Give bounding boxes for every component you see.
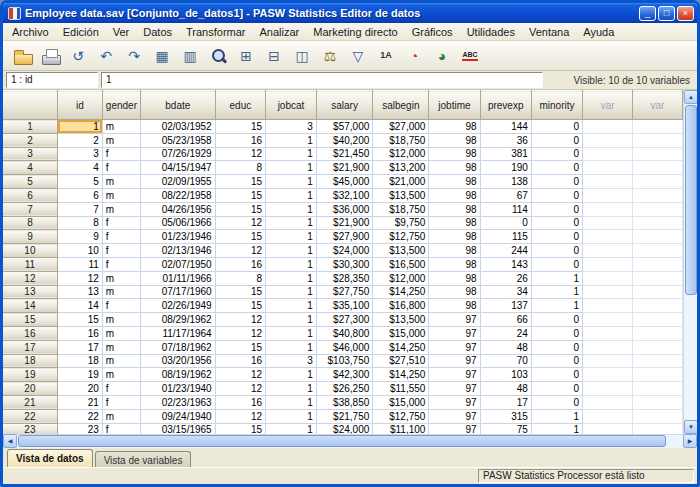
menu-ventana[interactable]: Ventana — [522, 25, 576, 39]
cell[interactable] — [583, 188, 633, 202]
cell[interactable]: 98 — [429, 299, 480, 313]
cell[interactable]: 15 — [215, 202, 265, 216]
cell[interactable] — [583, 423, 633, 434]
cell[interactable] — [583, 244, 633, 258]
cell[interactable]: 0 — [531, 244, 582, 258]
cell[interactable]: 98 — [429, 257, 480, 271]
row-number[interactable]: 9 — [3, 230, 57, 244]
cell[interactable] — [633, 230, 683, 244]
cell[interactable]: $38,850 — [316, 395, 372, 409]
cell[interactable]: 15 — [215, 299, 265, 313]
menu-ayuda[interactable]: Ayuda — [576, 25, 621, 39]
cell[interactable]: 0 — [531, 257, 582, 271]
cell[interactable]: 0 — [531, 395, 582, 409]
cell[interactable]: 244 — [480, 244, 531, 258]
cell[interactable]: 75 — [480, 423, 531, 434]
cell[interactable]: m — [102, 202, 140, 216]
cell[interactable]: 15 — [215, 340, 265, 354]
cell[interactable]: f — [102, 299, 140, 313]
column-header-bdate[interactable]: bdate — [140, 91, 215, 120]
cell[interactable] — [633, 423, 683, 434]
insert-variable-icon[interactable]: ⊟ — [261, 43, 287, 68]
cell[interactable] — [583, 354, 633, 368]
cell[interactable] — [633, 340, 683, 354]
cell[interactable] — [633, 133, 683, 147]
cell[interactable]: 98 — [429, 216, 480, 230]
cell[interactable]: 1 — [266, 230, 317, 244]
cell[interactable]: $13,500 — [373, 313, 429, 327]
cell[interactable]: 1 — [266, 216, 317, 230]
row-number[interactable]: 18 — [3, 354, 57, 368]
cell[interactable]: 15 — [215, 188, 265, 202]
cell[interactable]: $21,900 — [316, 161, 372, 175]
cell[interactable] — [633, 326, 683, 340]
cell[interactable]: 4 — [57, 161, 102, 175]
cell[interactable]: 12 — [215, 409, 265, 423]
cell[interactable]: 8 — [215, 161, 265, 175]
cell[interactable] — [583, 368, 633, 382]
cell[interactable]: 36 — [480, 133, 531, 147]
cell[interactable]: 0 — [531, 161, 582, 175]
cell[interactable]: $21,750 — [316, 409, 372, 423]
menu-graficos[interactable]: Gráficos — [405, 25, 460, 39]
cell[interactable]: 16 — [57, 326, 102, 340]
row-number[interactable]: 20 — [3, 382, 57, 396]
show-charts-icon[interactable]: ◕ — [429, 43, 455, 68]
column-header-salary[interactable]: salary — [316, 91, 372, 120]
cell[interactable]: 16 — [215, 354, 265, 368]
cell[interactable]: 1 — [57, 120, 102, 134]
cell[interactable]: $12,750 — [373, 230, 429, 244]
cell[interactable]: 103 — [480, 368, 531, 382]
cell[interactable]: m — [102, 368, 140, 382]
cell[interactable]: m — [102, 340, 140, 354]
cell[interactable]: f — [102, 161, 140, 175]
undo-icon[interactable]: ↶ — [93, 43, 119, 68]
cell[interactable]: 1 — [266, 285, 317, 299]
cell[interactable]: 98 — [429, 230, 480, 244]
cell[interactable]: 0 — [531, 147, 582, 161]
cell[interactable]: 03/15/1965 — [140, 423, 215, 434]
cell[interactable] — [583, 271, 633, 285]
cell[interactable]: 15 — [215, 285, 265, 299]
cell[interactable]: 0 — [531, 340, 582, 354]
cell[interactable]: 10 — [57, 244, 102, 258]
cell[interactable]: $30,300 — [316, 257, 372, 271]
menu-datos[interactable]: Datos — [136, 25, 179, 39]
cell[interactable]: 07/17/1960 — [140, 285, 215, 299]
cell[interactable] — [583, 202, 633, 216]
cell[interactable] — [633, 368, 683, 382]
cell[interactable]: $14,250 — [373, 285, 429, 299]
cell[interactable]: 0 — [531, 368, 582, 382]
cell[interactable]: f — [102, 147, 140, 161]
cell[interactable]: 0 — [531, 202, 582, 216]
cell[interactable]: 02/23/1963 — [140, 395, 215, 409]
cell[interactable] — [633, 244, 683, 258]
cell[interactable]: $46,000 — [316, 340, 372, 354]
column-header-id[interactable]: id — [57, 91, 102, 120]
cell[interactable]: 15 — [215, 423, 265, 434]
cell[interactable]: 11 — [57, 257, 102, 271]
cell[interactable] — [633, 313, 683, 327]
cell[interactable] — [633, 409, 683, 423]
cell[interactable]: 8 — [57, 216, 102, 230]
cell[interactable]: $15,000 — [373, 326, 429, 340]
cell[interactable]: 137 — [480, 299, 531, 313]
row-number[interactable]: 1 — [3, 120, 57, 134]
cell[interactable]: $13,500 — [373, 188, 429, 202]
row-number[interactable]: 22 — [3, 409, 57, 423]
cell[interactable]: 0 — [531, 188, 582, 202]
maximize-button[interactable]: □ — [658, 6, 675, 21]
cell[interactable]: 2 — [57, 133, 102, 147]
spell-check-icon[interactable]: ABC — [457, 43, 483, 68]
cell[interactable]: m — [102, 120, 140, 134]
cell[interactable]: m — [102, 133, 140, 147]
cell[interactable]: 12 — [215, 244, 265, 258]
cell[interactable]: 1 — [266, 133, 317, 147]
cell[interactable] — [633, 202, 683, 216]
cell[interactable]: $18,750 — [373, 133, 429, 147]
cell[interactable]: $24,000 — [316, 244, 372, 258]
cell[interactable] — [583, 313, 633, 327]
cell[interactable] — [583, 299, 633, 313]
title-bar[interactable]: Employee data.sav [Conjunto_de_datos1] -… — [3, 3, 697, 23]
cell[interactable]: $27,900 — [316, 230, 372, 244]
